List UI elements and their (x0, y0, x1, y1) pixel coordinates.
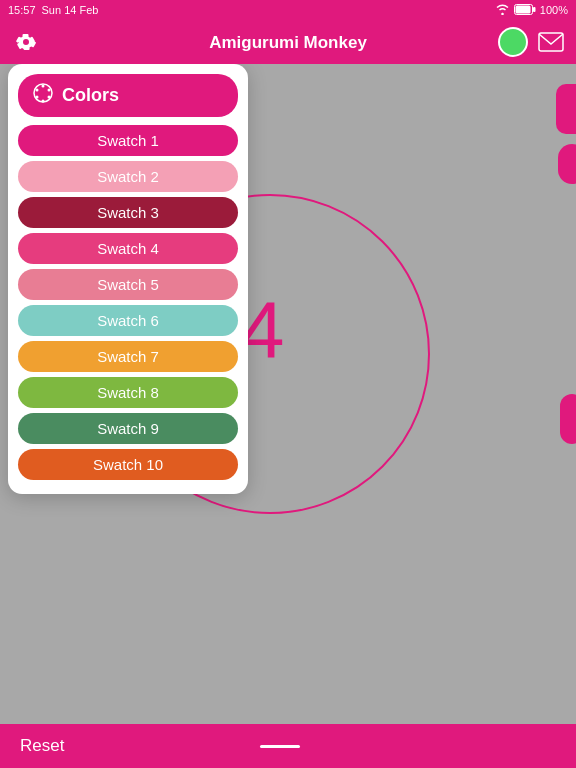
swatch-button-4[interactable]: Swatch 4 (18, 233, 238, 264)
svg-point-11 (36, 89, 39, 92)
swatches-list: Swatch 1Swatch 2Swatch 3Swatch 4Swatch 5… (18, 125, 238, 480)
deco-shape-bottom (560, 394, 576, 444)
status-time: 15:57 (8, 4, 36, 16)
svg-rect-2 (533, 7, 536, 12)
svg-point-8 (48, 96, 51, 99)
swatch-button-10[interactable]: Swatch 10 (18, 449, 238, 480)
swatch-button-2[interactable]: Swatch 2 (18, 161, 238, 192)
nav-right (498, 27, 566, 57)
svg-point-7 (48, 89, 51, 92)
colors-header[interactable]: Colors (18, 74, 238, 117)
nav-title: Amigurumi Monkey (209, 33, 367, 53)
reset-button[interactable]: Reset (20, 736, 64, 756)
nav-bar: Amigurumi Monkey (0, 20, 576, 64)
status-bar: 15:57 Sun 14 Feb 100% (0, 0, 576, 20)
swatch-button-8[interactable]: Swatch 8 (18, 377, 238, 408)
mail-button[interactable] (536, 27, 566, 57)
status-right: 100% (495, 4, 568, 17)
main-content: 1 × 12 4 Colors Swatch 1Swatch (0, 64, 576, 724)
swatch-button-7[interactable]: Swatch 7 (18, 341, 238, 372)
status-left: 15:57 Sun 14 Feb (8, 4, 98, 16)
battery-icon (514, 4, 536, 17)
swatch-button-3[interactable]: Swatch 3 (18, 197, 238, 228)
wifi-icon (495, 4, 510, 17)
status-date: Sun 14 Feb (42, 4, 99, 16)
green-circle-button[interactable] (498, 27, 528, 57)
svg-rect-4 (539, 33, 563, 51)
svg-point-9 (42, 100, 45, 103)
deco-shape-mid (558, 144, 576, 184)
swatch-button-5[interactable]: Swatch 5 (18, 269, 238, 300)
svg-point-0 (501, 13, 503, 15)
battery-pct: 100% (540, 4, 568, 16)
mail-icon (538, 32, 564, 52)
bottom-bar: Reset (0, 724, 576, 768)
deco-shape-top (556, 84, 576, 134)
swatch-button-1[interactable]: Swatch 1 (18, 125, 238, 156)
colors-title: Colors (62, 85, 119, 106)
gear-button[interactable] (10, 26, 42, 58)
swatch-button-6[interactable]: Swatch 6 (18, 305, 238, 336)
svg-rect-3 (515, 5, 530, 13)
colors-panel: Colors Swatch 1Swatch 2Swatch 3Swatch 4S… (8, 64, 248, 494)
gear-icon (14, 30, 38, 54)
palette-icon (32, 82, 54, 109)
svg-point-10 (36, 96, 39, 99)
swatch-button-9[interactable]: Swatch 9 (18, 413, 238, 444)
svg-point-6 (42, 85, 45, 88)
bottom-indicator (260, 745, 300, 748)
